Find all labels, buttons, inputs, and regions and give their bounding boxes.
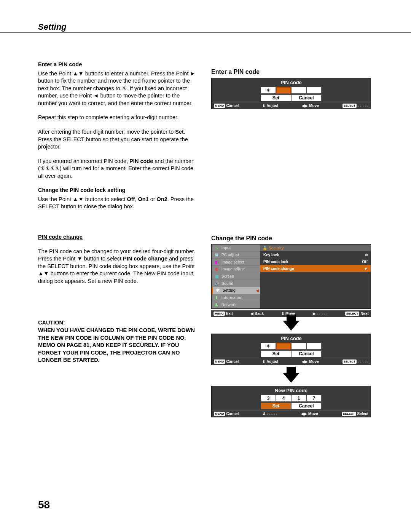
right-column: Enter a PIN code PIN code ✳ Set Cancel M… [211,69,371,425]
sidebar-item-label: Information [221,296,242,300]
para-4: If you entered an incorrect PIN code, PI… [38,158,198,180]
osd-title: PIN code [212,78,371,86]
osd-title: PIN code [212,334,371,342]
pin-cell-selected[interactable] [276,343,291,350]
sidebar-item-label: PC adjust [221,253,239,257]
para-6: The PIN code can be changed to your desi… [38,248,198,285]
page-title: Setting [38,22,67,32]
pin-cells-row: ✳ [212,87,371,94]
sidebar-item-information[interactable]: ℹInformation [212,294,260,302]
heading-pin-change: PIN code change [38,233,198,241]
menu-icon: ↘ [214,245,219,251]
rule-top-thick [0,32,411,33]
menu-icon: ℹ [214,295,219,300]
menu-line-pin-code-change[interactable]: PIN code change↵ [260,265,371,272]
down-arrow-icon [283,373,299,383]
menu-line-value: ⦶ [365,252,368,257]
set-button[interactable]: Set [261,350,291,357]
sidebar-item-sound[interactable]: 🔊Sound [212,280,260,287]
pin-cell[interactable]: 7 [306,395,322,402]
pin-cell[interactable] [306,87,322,94]
set-button[interactable]: Set [261,403,291,409]
menu-line-label: Key lock [263,253,279,257]
osd-pin-step2: PIN code ✳ Set Cancel MENUCancel ⇕Adjust… [211,334,371,365]
osd-enter-pin: PIN code ✳ Set Cancel MENUCancel ⇕Adjust… [211,78,371,109]
lock-icon: 🔒 [263,246,267,250]
osd-settings-menu: ↘Input🖥PC adjust◧Image select◐Image adju… [211,244,371,309]
menu-line-pin-code-lock[interactable]: PIN code lockOff [260,258,371,265]
menu-sidebar: ↘Input🖥PC adjust◧Image select◐Image adju… [212,244,260,308]
pin-cell[interactable]: 1 [291,395,306,402]
pin-buttons-row: Set Cancel [212,94,371,101]
menu-badge: MENU [214,104,225,108]
spacer [211,117,371,235]
cancel-button[interactable]: Cancel [291,350,322,357]
para-1: Use the Point ▲▼ buttons to enter a numb… [38,70,198,107]
select-badge: SELECT [342,104,357,108]
pin-cell[interactable] [291,87,306,94]
menu-header: 🔒 Security [260,244,371,251]
menu-line-value: ↵ [365,267,368,271]
down-arrow-icon [283,321,299,331]
heading-enter-pin: Enter a PIN code [38,61,198,69]
heading-change-lock: Change the PIN code lock setting [38,187,198,194]
pin-cell[interactable]: 3 [261,395,276,402]
select-badge: SELECT [345,312,360,316]
fig-title-enter-pin: Enter a PIN code [211,69,371,75]
fig-title-change-pin: Change the PIN code [211,235,371,242]
sidebar-item-screen[interactable]: ▦Screen [212,273,260,280]
pin-cell-selected[interactable] [276,87,291,94]
pin-cell[interactable]: ✳ [261,343,276,350]
menu-icon: ◧ [214,259,219,265]
sidebar-item-label: Sound [221,281,233,286]
osd-title: New PIN code [212,386,371,394]
pin-cell[interactable] [306,343,322,350]
sidebar-item-pc-adjust[interactable]: 🖥PC adjust [212,252,260,259]
osd-new-pin: New PIN code 3 4 1 7 Set Cancel MENUCanc… [211,386,371,417]
menu-line-value: Off [362,260,368,264]
pin-cell[interactable]: 4 [276,395,291,402]
sidebar-item-label: Network [221,303,236,307]
menu-line-label: PIN code lock [263,260,288,264]
left-column: Enter a PIN code Use the Point ▲▼ button… [38,61,198,371]
sidebar-item-label: Image select [221,260,244,264]
set-button[interactable]: Set [261,94,291,101]
osd-footer: MENUCancel ⇕- - - - - ◀▶Move SELECTSelec… [212,410,371,417]
menu-icon: 🖥 [214,252,219,258]
menu-icon: 🛠 [215,288,220,293]
menu-icon: 🖧 [214,302,219,307]
menu-icon: ▦ [214,274,219,279]
menu-line-key-lock[interactable]: Key lock⦶ [260,251,371,258]
sidebar-item-network[interactable]: 🖧Network [212,301,260,308]
osd-footer: MENUCancel ⇕Adjust ◀▶Move SELECT- - - - … [212,102,371,109]
page-number: 58 [38,499,50,511]
menu-line-label: PIN code change [263,267,294,271]
rule-top-thin [0,34,411,34]
cancel-button[interactable]: Cancel [291,403,322,409]
menu-badge: MENU [213,312,225,316]
menu-icon: ◐ [214,267,219,272]
sidebar-item-label: Image adjust [221,267,245,271]
sidebar-item-image-select[interactable]: ◧Image select [212,259,260,266]
osd-footer: MENUCancel ⇕Adjust ◀▶Move SELECT- - - - … [212,358,371,365]
para-3: After entering the four-digit number, mo… [38,128,198,151]
menu-icon: 🔊 [214,281,219,286]
sidebar-item-setting[interactable]: 🛠Setting [212,287,260,294]
para-2: Repeat this step to complete entering a … [38,114,198,121]
sidebar-item-input[interactable]: ↘Input [212,244,260,252]
para-5: Use the Point ▲▼ buttons to select Off, … [38,196,198,211]
cancel-button[interactable]: Cancel [291,94,322,101]
sidebar-item-image-adjust[interactable]: ◐Image adjust [212,266,260,273]
caution-block: CAUTION: WHEN YOU HAVE CHANGED THE PIN C… [38,319,198,364]
pin-cell[interactable]: ✳ [261,87,276,94]
sidebar-item-label: Input [221,246,231,250]
pin-cell[interactable] [291,343,306,350]
sidebar-item-label: Setting [223,288,236,292]
sidebar-item-label: Screen [221,274,234,278]
menu-main: 🔒 Security Key lock⦶PIN code lockOffPIN … [260,244,371,308]
